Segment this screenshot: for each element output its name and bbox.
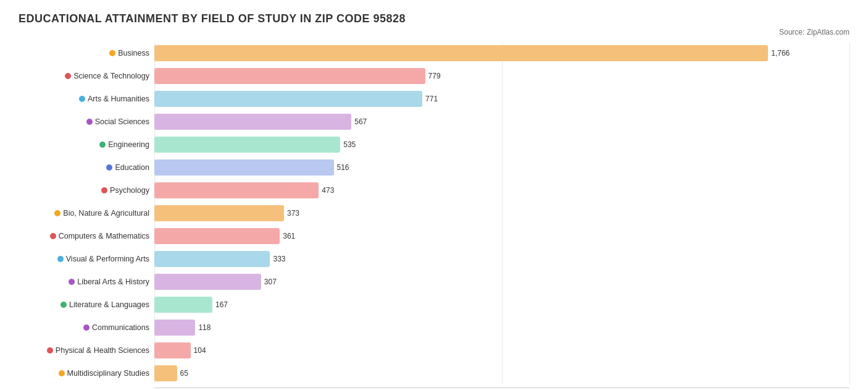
bar-label: Computers & Mathematics bbox=[19, 232, 154, 240]
bar-label: Social Sciences bbox=[19, 117, 154, 126]
bar-value-label: 65 bbox=[180, 369, 188, 378]
bar-dot bbox=[79, 96, 85, 102]
bar-label: Engineering bbox=[19, 140, 154, 149]
bar-container: 516 bbox=[154, 159, 849, 176]
bar-row: Education516 bbox=[19, 157, 849, 178]
bar-label: Multidisciplinary Studies bbox=[19, 369, 154, 378]
bar-row: Visual & Performing Arts333 bbox=[19, 248, 849, 269]
bar-fill: 516 bbox=[154, 159, 334, 176]
bar-label: Education bbox=[19, 163, 154, 172]
bar-value-label: 373 bbox=[287, 209, 299, 218]
source-label: Source: ZipAtlas.com bbox=[19, 28, 849, 36]
bar-label: Communications bbox=[19, 323, 154, 332]
bar-label: Business bbox=[19, 49, 154, 57]
bar-fill: 1,766 bbox=[154, 45, 768, 61]
bar-label: Bio, Nature & Agricultural bbox=[19, 209, 154, 218]
bar-container: 333 bbox=[154, 251, 849, 267]
bar-value-label: 1,766 bbox=[771, 49, 790, 57]
bar-container: 65 bbox=[154, 365, 849, 381]
bar-container: 473 bbox=[154, 182, 849, 198]
bar-label: Literature & Languages bbox=[19, 300, 154, 309]
bar-fill: 473 bbox=[154, 182, 319, 198]
bar-row: Arts & Humanities771 bbox=[19, 88, 849, 109]
bar-row: Bio, Nature & Agricultural373 bbox=[19, 203, 849, 224]
bar-fill: 307 bbox=[154, 274, 261, 290]
bar-row: Computers & Mathematics361 bbox=[19, 226, 849, 247]
bar-dot bbox=[86, 119, 93, 125]
bar-value-label: 307 bbox=[264, 278, 277, 286]
bar-row: Literature & Languages167 bbox=[19, 294, 849, 315]
bar-label: Psychology bbox=[19, 186, 154, 195]
bar-value-label: 167 bbox=[215, 300, 228, 309]
bar-row: Multidisciplinary Studies65 bbox=[19, 363, 849, 384]
bar-fill: 104 bbox=[154, 342, 191, 358]
bar-value-label: 104 bbox=[194, 346, 206, 355]
bar-fill: 567 bbox=[154, 114, 351, 130]
bar-label: Visual & Performing Arts bbox=[19, 255, 154, 263]
bar-fill: 333 bbox=[154, 251, 270, 267]
bar-row: Liberal Arts & History307 bbox=[19, 271, 849, 292]
bar-dot bbox=[101, 187, 107, 193]
bar-dot bbox=[47, 347, 53, 354]
bar-value-label: 516 bbox=[337, 163, 349, 172]
bar-container: 118 bbox=[154, 320, 849, 336]
bar-dot bbox=[106, 164, 112, 171]
bar-dot bbox=[50, 233, 56, 239]
bar-dot bbox=[65, 73, 71, 79]
bar-fill: 771 bbox=[154, 91, 422, 107]
bar-row: Business1,766 bbox=[19, 43, 849, 64]
bar-row: Engineering535 bbox=[19, 134, 849, 155]
bar-container: 373 bbox=[154, 205, 849, 221]
bar-fill: 118 bbox=[154, 320, 195, 336]
bar-container: 1,766 bbox=[154, 45, 849, 61]
bar-dot bbox=[59, 370, 65, 376]
grid-line bbox=[849, 43, 850, 384]
bar-value-label: 473 bbox=[322, 186, 334, 195]
chart-title: EDUCATIONAL ATTAINMENT BY FIELD OF STUDY… bbox=[19, 12, 849, 25]
bar-fill: 167 bbox=[154, 297, 212, 313]
bars-wrapper: Business1,766Science & Technology779Arts… bbox=[19, 43, 849, 384]
bar-dot bbox=[69, 279, 75, 285]
bar-value-label: 771 bbox=[425, 95, 438, 103]
bar-value-label: 535 bbox=[343, 140, 356, 149]
bar-label: Liberal Arts & History bbox=[19, 278, 154, 286]
bar-container: 771 bbox=[154, 91, 849, 107]
bar-value-label: 361 bbox=[283, 232, 295, 240]
bar-label: Arts & Humanities bbox=[19, 95, 154, 103]
bar-dot bbox=[61, 302, 67, 308]
chart-area: Business1,766Science & Technology779Arts… bbox=[19, 43, 849, 390]
bar-label: Science & Technology bbox=[19, 72, 154, 80]
bar-fill: 65 bbox=[154, 365, 177, 381]
bar-container: 307 bbox=[154, 274, 849, 290]
bar-container: 779 bbox=[154, 68, 849, 84]
bar-dot bbox=[57, 256, 64, 262]
bar-fill: 535 bbox=[154, 137, 340, 153]
bar-row: Social Sciences567 bbox=[19, 111, 849, 132]
bar-row: Physical & Health Sciences104 bbox=[19, 340, 849, 361]
bar-dot bbox=[54, 210, 61, 216]
bar-container: 535 bbox=[154, 137, 849, 153]
bar-value-label: 118 bbox=[198, 323, 211, 332]
bar-dot bbox=[99, 142, 106, 148]
bar-value-label: 567 bbox=[354, 117, 367, 126]
bar-fill: 779 bbox=[154, 68, 425, 84]
bar-fill: 361 bbox=[154, 228, 280, 244]
bar-row: Science & Technology779 bbox=[19, 66, 849, 87]
x-axis: 01,0002,000 bbox=[154, 388, 849, 390]
bar-container: 104 bbox=[154, 342, 849, 358]
bar-container: 567 bbox=[154, 114, 849, 130]
bar-fill: 373 bbox=[154, 205, 284, 221]
bar-container: 167 bbox=[154, 297, 849, 313]
bar-row: Communications118 bbox=[19, 317, 849, 338]
bar-container: 361 bbox=[154, 228, 849, 244]
bar-label: Physical & Health Sciences bbox=[19, 346, 154, 355]
bar-value-label: 333 bbox=[273, 255, 285, 263]
bar-row: Psychology473 bbox=[19, 180, 849, 201]
bar-value-label: 779 bbox=[428, 72, 441, 80]
bar-dot bbox=[109, 50, 115, 56]
bar-dot bbox=[83, 324, 90, 331]
